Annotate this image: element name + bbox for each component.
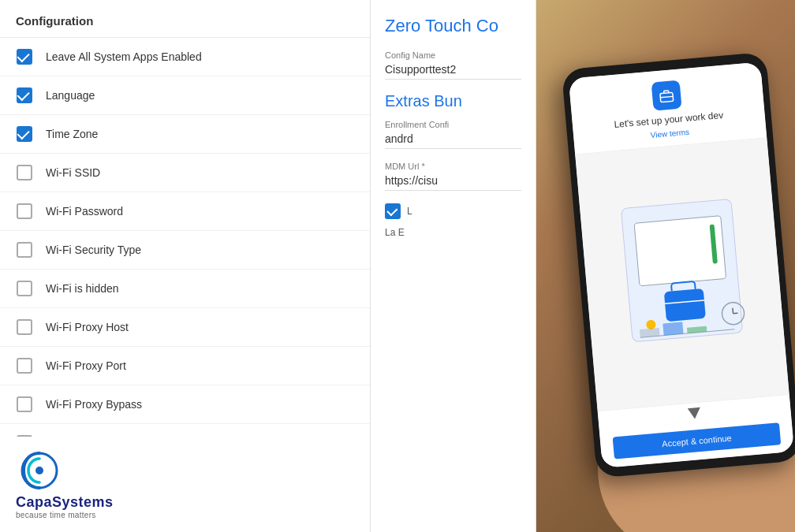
checkbox-checked-icon xyxy=(17,87,32,103)
capasystems-logo-icon xyxy=(16,449,63,493)
form-check-blue-icon xyxy=(385,203,401,219)
checkbox-checked-icon xyxy=(17,126,32,142)
phone-illustration xyxy=(575,137,789,410)
config-item-wifi-proxy-host[interactable]: Wi-Fi Proxy Host xyxy=(0,308,370,347)
lang-value: E xyxy=(398,227,405,238)
checkbox-unchecked-icon xyxy=(17,319,32,335)
config-label-wifi-proxy-bypass: Wi-Fi Proxy Bypass xyxy=(46,398,142,411)
config-item-timezone[interactable]: Time Zone xyxy=(0,115,370,154)
phone-device: Let's set up your work dev View terms xyxy=(562,51,795,478)
checkbox-wifi-proxy-bypass[interactable] xyxy=(16,396,33,413)
checkbox-wifi-password[interactable] xyxy=(16,203,33,220)
config-item-wifi-hidden[interactable]: Wi-Fi is hidden xyxy=(0,270,370,308)
checkbox-timezone[interactable] xyxy=(16,125,33,143)
setup-illustration-svg xyxy=(605,189,760,359)
checkbox-wifi-proxy-host[interactable] xyxy=(16,318,33,336)
config-label-wifi-hidden: Wi-Fi is hidden xyxy=(46,282,119,295)
phone-view-terms[interactable]: View terms xyxy=(650,127,689,139)
config-header: Configuration xyxy=(0,0,370,38)
config-label-wifi-password: Wi-Fi Password xyxy=(46,205,123,218)
checkbox-checked-icon xyxy=(17,49,32,65)
config-item-wifi-proxy-port[interactable]: Wi-Fi Proxy Port xyxy=(0,347,370,385)
config-item-wifi-password[interactable]: Wi-Fi Password xyxy=(0,192,370,231)
mdm-url-group: MDM Url * https://cisu xyxy=(385,162,521,191)
svg-rect-7 xyxy=(664,288,706,321)
left-panel: Configuration Leave All System Apps Enab… xyxy=(0,0,371,532)
briefcase-svg xyxy=(658,87,674,103)
config-label-wifi-proxy-host: Wi-Fi Proxy Host xyxy=(46,321,129,333)
checkbox-leave-all[interactable] xyxy=(16,48,33,65)
checkbox-extra-label: L xyxy=(407,206,412,217)
checkbox-unchecked-icon xyxy=(17,203,32,219)
right-panel: Zero Touch Co Config Name Cisupporttest2… xyxy=(371,0,795,532)
lang-key: La xyxy=(385,227,395,238)
lang-extra-group: La E xyxy=(385,227,521,238)
logo-area: CapaSystems because time matters xyxy=(0,437,370,532)
config-item-wifi-security[interactable]: Wi-Fi Security Type xyxy=(0,231,370,270)
zt-form: Zero Touch Co Config Name Cisupporttest2… xyxy=(371,0,536,532)
config-item-leave-all[interactable]: Leave All System Apps Enabled xyxy=(0,38,370,76)
config-item-language[interactable]: Language xyxy=(0,76,370,115)
logo-name: CapaSystems xyxy=(16,494,114,511)
config-label-timezone: Time Zone xyxy=(46,128,98,140)
phone-back-triangle-icon[interactable] xyxy=(688,407,701,419)
config-name-label: Config Name xyxy=(385,50,521,60)
checkbox-unchecked-icon xyxy=(17,242,32,258)
config-label-wifi-security: Wi-Fi Security Type xyxy=(46,244,141,256)
work-briefcase-icon xyxy=(651,80,682,110)
config-item-wifi-proxy-bypass[interactable]: Wi-Fi Proxy Bypass xyxy=(0,385,370,424)
config-label-wifi-ssid: Wi-Fi SSID xyxy=(46,166,100,179)
config-name-value: Cisupporttest2 xyxy=(385,63,521,80)
config-name-group: Config Name Cisupporttest2 xyxy=(385,50,521,80)
config-list: Leave All System Apps Enabled Language T… xyxy=(0,38,370,437)
phone-area: Let's set up your work dev View terms xyxy=(536,0,795,532)
config-item-wifi-pac-url[interactable]: Wi-Fi (PAC) URL xyxy=(0,424,370,437)
checkbox-language[interactable] xyxy=(16,87,33,104)
checkbox-wifi-hidden[interactable] xyxy=(16,280,33,297)
checkbox-unchecked-icon xyxy=(17,281,32,296)
config-label-language: Language xyxy=(46,89,95,102)
enrollment-label: Enrollment Confi xyxy=(385,120,521,129)
accept-continue-button[interactable]: Accept & continue xyxy=(613,422,782,459)
logo-tagline: because time matters xyxy=(16,511,96,519)
config-label-wifi-proxy-port: Wi-Fi Proxy Port xyxy=(46,359,126,372)
form-checkbox-row[interactable]: L xyxy=(385,203,521,219)
phone-screen: Let's set up your work dev View terms xyxy=(569,61,794,467)
enrollment-value: andrd xyxy=(385,132,521,149)
svg-rect-12 xyxy=(662,322,683,335)
config-item-wifi-ssid[interactable]: Wi-Fi SSID xyxy=(0,154,370,192)
mdm-url-value: https://cisu xyxy=(385,174,521,191)
checkbox-unchecked-icon xyxy=(17,396,32,412)
extras-title: Extras Bun xyxy=(385,92,521,110)
checkbox-wifi-security[interactable] xyxy=(16,241,33,259)
svg-line-3 xyxy=(660,96,673,97)
svg-line-15 xyxy=(733,307,733,313)
enrollment-group: Enrollment Confi andrd xyxy=(385,120,521,149)
config-label-leave-all: Leave All System Apps Enabled xyxy=(46,50,202,63)
checkbox-wifi-ssid[interactable] xyxy=(16,164,33,181)
checkbox-unchecked-icon xyxy=(17,165,32,180)
checkbox-wifi-proxy-port[interactable] xyxy=(16,357,33,374)
svg-point-1 xyxy=(35,467,43,474)
mdm-url-label: MDM Url * xyxy=(385,162,521,171)
phone-title-text: Let's set up your work dev xyxy=(614,109,724,131)
checkbox-unchecked-icon xyxy=(17,358,32,374)
zt-title: Zero Touch Co xyxy=(385,16,521,36)
